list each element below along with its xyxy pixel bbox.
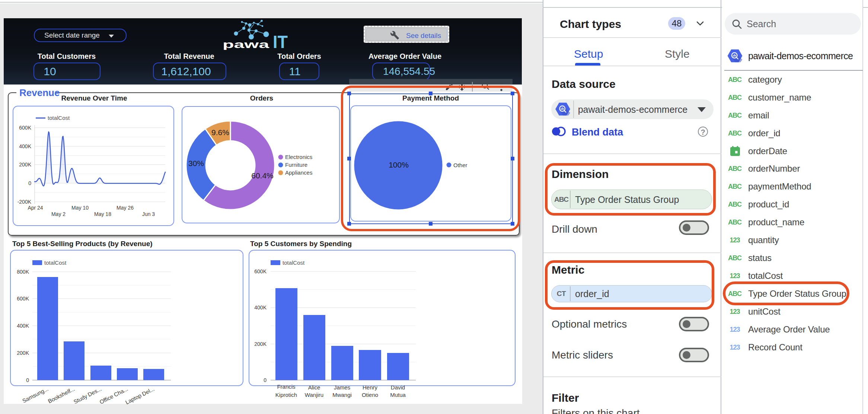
svg-text:200K: 200K xyxy=(17,350,29,356)
svg-text:Furniture: Furniture xyxy=(285,162,307,168)
svg-text:Bookshelf...: Bookshelf... xyxy=(47,386,76,405)
svg-text:Mwangi: Mwangi xyxy=(332,392,352,398)
svg-text:-200K: -200K xyxy=(17,199,32,205)
svg-text:30%: 30% xyxy=(188,159,204,168)
svg-text:60.4%: 60.4% xyxy=(251,171,274,180)
svg-text:Appliances: Appliances xyxy=(285,169,312,176)
svg-text:IT: IT xyxy=(273,32,288,50)
svg-text:May 2: May 2 xyxy=(51,211,66,217)
svg-text:Henry: Henry xyxy=(363,384,378,391)
svg-text:800K: 800K xyxy=(17,269,29,275)
svg-text:David: David xyxy=(391,384,405,391)
svg-text:200K: 200K xyxy=(254,341,267,347)
svg-text:Alice: Alice xyxy=(308,384,320,391)
svg-text:Otieno: Otieno xyxy=(362,392,378,398)
svg-text:May 10: May 10 xyxy=(71,205,89,211)
svg-text:Apr 24: Apr 24 xyxy=(28,205,43,211)
svg-text:0: 0 xyxy=(26,377,29,383)
svg-text:totalCost: totalCost xyxy=(44,259,67,266)
svg-text:600K: 600K xyxy=(254,268,267,274)
svg-text:Francis: Francis xyxy=(277,383,295,390)
svg-text:Jun 3: Jun 3 xyxy=(142,211,155,217)
svg-text:Study Des...: Study Des... xyxy=(73,386,103,405)
svg-text:0: 0 xyxy=(264,377,267,383)
svg-text:Wanjiru: Wanjiru xyxy=(305,392,323,398)
svg-text:200K: 200K xyxy=(19,162,31,168)
svg-text:Office Cha...: Office Cha... xyxy=(99,386,129,405)
svg-text:Electronics: Electronics xyxy=(285,154,312,160)
svg-text:Mutua: Mutua xyxy=(390,392,406,398)
svg-text:May 18: May 18 xyxy=(94,211,111,217)
svg-text:James: James xyxy=(334,384,350,391)
svg-text:pawa: pawa xyxy=(223,39,270,50)
svg-text:Samsung...: Samsung... xyxy=(21,386,49,404)
svg-text:9.6%: 9.6% xyxy=(211,128,229,137)
svg-text:600K: 600K xyxy=(19,125,31,131)
svg-text:400K: 400K xyxy=(19,143,31,149)
svg-text:0: 0 xyxy=(28,180,31,186)
svg-text:Laptop Del...: Laptop Del... xyxy=(124,386,156,406)
svg-text:600K: 600K xyxy=(17,296,29,302)
svg-text:400K: 400K xyxy=(254,305,267,310)
svg-text:Kiprotich: Kiprotich xyxy=(275,392,297,398)
svg-text:totalCost: totalCost xyxy=(283,259,305,266)
svg-text:400K: 400K xyxy=(17,323,29,329)
svg-text:totalCost: totalCost xyxy=(48,115,70,121)
svg-text:May 26: May 26 xyxy=(117,205,134,211)
